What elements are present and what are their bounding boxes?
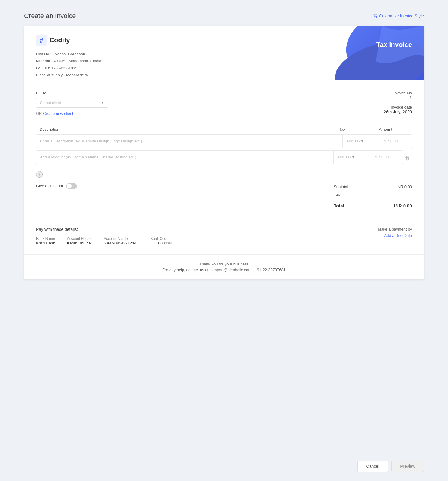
brand-name: Codify — [49, 36, 70, 44]
select-client-placeholder: Select client — [40, 100, 61, 105]
discount-toggle[interactable] — [66, 183, 77, 189]
header-decoration — [322, 26, 424, 80]
due-date-area: Make a payment by Add a Due Date — [378, 227, 412, 238]
total-label: Total — [334, 203, 344, 208]
item-row-1: Add Tax ▼ INR 0.00 — [36, 134, 412, 148]
item-1-tax-col[interactable]: Add Tax ▼ — [342, 135, 379, 148]
footer-contact: For any help, contact us at: support@ide… — [36, 268, 412, 272]
col-header-description: Description — [40, 127, 339, 132]
cancel-button[interactable]: Cancel — [357, 461, 388, 472]
total-row: Total INR 0.00 — [334, 200, 412, 210]
svg-text:#: # — [40, 37, 43, 44]
items-area: Description Tax Amount Add Tax ▼ INR 0.0… — [24, 122, 424, 181]
tax-invoice-label: Tax Invoice — [376, 41, 412, 49]
subtotal-row: Subtotal INR 0.00 — [334, 183, 412, 191]
col-header-amount: Amount — [375, 127, 408, 132]
account-holder-label: Account Holder — [67, 237, 92, 241]
payment-section: Pay with these details: Bank Name ICICI … — [24, 221, 424, 251]
invoice-date-value: 26th July, 2020 — [384, 109, 412, 114]
payment-section-inner: Pay with these details: Bank Name ICICI … — [36, 227, 412, 245]
invoice-no-label: Invoice No — [384, 91, 412, 95]
subtotal-value: INR 0.00 — [397, 185, 412, 189]
item-row-1-wrapper: Add Tax ▼ INR 0.00 — [36, 134, 412, 150]
create-new-client-link[interactable]: Create new client — [43, 111, 73, 116]
invoice-header: # Codify Unit No.5, Nesco, Goregaon (E),… — [24, 26, 424, 85]
page-title: Create an Invoice — [24, 12, 76, 20]
make-payment-label: Make a payment by — [378, 227, 412, 231]
item-row-2: Add Tax ▼ INR 0.00 — [36, 150, 403, 164]
item-1-description-input[interactable] — [36, 135, 342, 148]
pay-with-label: Pay with these details: — [36, 227, 173, 232]
item-2-amount-col: INR 0.00 — [370, 151, 403, 164]
discount-area: Give a discount — [36, 183, 77, 189]
invoice-date-label: Invoice date — [384, 105, 412, 109]
discount-label: Give a discount — [36, 184, 63, 188]
bank-code-value: ICIC0000388 — [151, 241, 174, 245]
bill-to-area: Bill To: Select client ▼ OR Create new c… — [36, 91, 384, 116]
item-2-desc-col — [36, 151, 333, 164]
customize-invoice-link[interactable]: Customize Invoice Style — [373, 14, 424, 18]
bill-section: Bill To: Select client ▼ OR Create new c… — [24, 85, 424, 122]
account-number-label: Account Number — [104, 237, 139, 241]
edit-icon — [373, 14, 377, 18]
totals-area: Subtotal INR 0.00 Tax - Total INR 0.00 — [334, 183, 412, 210]
add-item-button[interactable]: + — [36, 171, 43, 178]
brand-logo: # Codify — [36, 35, 102, 46]
select-client-dropdown[interactable]: Select client ▼ — [36, 98, 108, 108]
delete-row-2-button[interactable]: 🗑 — [403, 155, 412, 161]
col-header-tax: Tax — [339, 127, 375, 132]
or-create-area: OR Create new client — [36, 111, 384, 116]
total-value: INR 0.00 — [394, 203, 412, 208]
tax-value: - — [411, 192, 412, 197]
brand-area: # Codify Unit No.5, Nesco, Goregaon (E),… — [36, 35, 102, 79]
subtotal-label: Subtotal — [334, 185, 348, 189]
preview-button[interactable]: Preview — [391, 461, 424, 472]
page-header: Create an Invoice Customize Invoice Styl… — [0, 0, 448, 26]
invoice-meta: Invoice No 1 Invoice date 26th July, 202… — [384, 91, 412, 114]
bank-details-area: Pay with these details: Bank Name ICICI … — [36, 227, 173, 245]
add-row-area: + — [36, 169, 43, 178]
customize-invoice-label: Customize Invoice Style — [379, 14, 424, 18]
bill-to-label: Bill To: — [36, 91, 384, 95]
item-2-tax-placeholder: Add Tax — [337, 155, 352, 159]
item-2-description-input[interactable] — [36, 151, 333, 164]
item-1-amount-col: INR 0.00 — [379, 135, 412, 148]
item-2-tax-col[interactable]: Add Tax ▼ — [333, 151, 370, 164]
dropdown-arrow-icon: ▼ — [101, 100, 104, 105]
page-footer: Cancel Preview — [0, 452, 448, 481]
discount-row: Give a discount — [36, 183, 77, 189]
brand-hash-icon: # — [36, 35, 47, 46]
discount-totals-wrapper: Give a discount Subtotal INR 0.00 Tax - … — [24, 181, 424, 215]
footer-thank-you: Thank You for your business — [36, 262, 412, 266]
invoice-footer: Thank You for your business For any help… — [24, 254, 424, 279]
brand-address: Unit No.5, Nesco, Goregaon (E), Mumbai -… — [36, 51, 102, 79]
col-headers: Description Tax Amount — [36, 125, 412, 134]
tax-label: Tax — [334, 192, 340, 197]
item-1-tax-placeholder: Add Tax — [346, 139, 361, 143]
account-number-value: 5368908543212345 — [104, 241, 139, 245]
bank-code-label: Bank Code — [151, 237, 174, 241]
invoice-no-value: 1 — [384, 95, 412, 100]
item-1-desc-col — [36, 135, 342, 148]
bank-details-grid: Bank Name ICICI Bank Account Holder Kara… — [36, 237, 173, 245]
bank-name-label: Bank Name — [36, 237, 55, 241]
account-holder-value: Karan Bhujbal — [67, 241, 92, 245]
item-1-tax-arrow-icon: ▼ — [361, 139, 375, 143]
invoice-container: # Codify Unit No.5, Nesco, Goregaon (E),… — [24, 26, 424, 279]
bank-name-value: ICICI Bank — [36, 241, 55, 245]
item-row-2-wrapper: Add Tax ▼ INR 0.00 🗑 — [36, 150, 412, 166]
item-2-tax-arrow-icon: ▼ — [352, 155, 366, 159]
tax-row: Tax - — [334, 191, 412, 198]
add-due-date-link[interactable]: Add a Due Date — [384, 233, 412, 238]
